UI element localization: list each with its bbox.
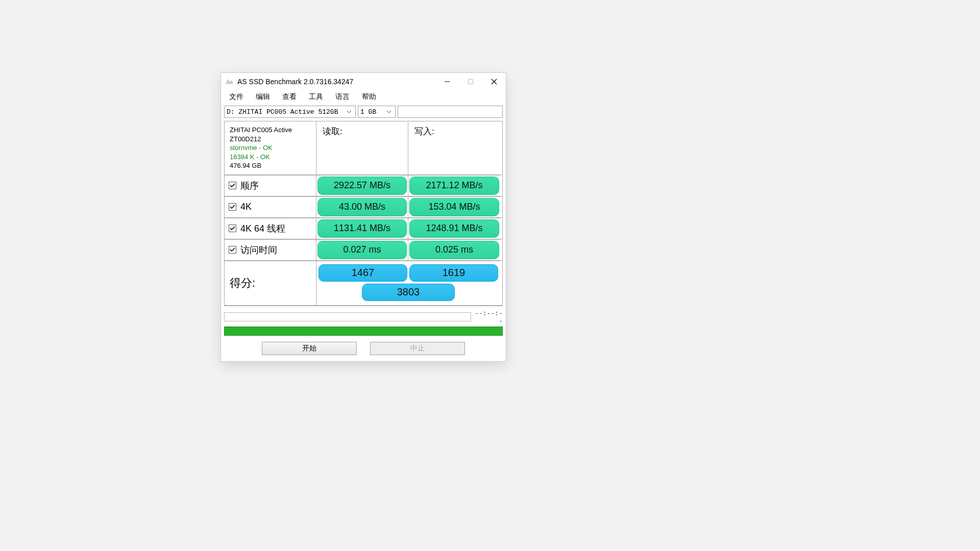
4k-read: 43.00 MB/s <box>317 198 407 216</box>
titlebar: AS SSD Benchmark 2.0.7316.34247 <box>221 73 506 90</box>
elapsed-time: --:--:-- <box>474 309 503 324</box>
col-header-read: 读取: <box>316 121 408 174</box>
row-4k64-label: 4K 64 线程 <box>240 222 285 235</box>
size-select-value: 1 GB <box>360 108 383 116</box>
access-read: 0.027 ms <box>317 241 407 259</box>
window-title: AS SSD Benchmark 2.0.7316.34247 <box>237 78 353 86</box>
drive-select-value: D: ZHITAI PC005 Active 512GB <box>227 108 343 116</box>
access-write: 0.025 ms <box>409 241 499 259</box>
score-label: 得分: <box>225 261 316 305</box>
device-model: ZT00D212 <box>230 135 292 144</box>
menu-tools[interactable]: 工具 <box>303 91 329 103</box>
chevron-down-icon <box>385 107 393 117</box>
size-select[interactable]: 1 GB <box>358 106 396 118</box>
menubar: 文件 编辑 查看 工具 语言 帮助 <box>221 90 506 105</box>
device-capacity: 476.94 GB <box>230 161 292 170</box>
app-window: AS SSD Benchmark 2.0.7316.34247 文件 编辑 查看… <box>220 72 506 362</box>
4k-write: 153.04 MB/s <box>409 198 499 216</box>
4k64-read: 1131.41 MB/s <box>317 219 407 238</box>
row-4k-label: 4K <box>240 202 252 212</box>
menu-help[interactable]: 帮助 <box>356 91 382 103</box>
checkbox-4k[interactable] <box>229 203 236 211</box>
score-block: 1467 1619 3803 <box>316 261 500 305</box>
row-access: 访问时间 0.027 ms 0.025 ms <box>225 239 502 261</box>
start-button[interactable]: 开始 <box>262 342 357 355</box>
app-icon <box>225 78 233 86</box>
stop-button[interactable]: 中止 <box>370 342 465 355</box>
button-row: 开始 中止 <box>221 340 506 361</box>
row-seq-label: 顺序 <box>240 180 259 192</box>
chevron-down-icon <box>345 107 353 117</box>
checkbox-4k64[interactable] <box>229 224 236 232</box>
device-align: 16384 K - OK <box>230 153 292 162</box>
score-read: 1467 <box>318 264 407 282</box>
col-header-write: 写入: <box>408 121 500 174</box>
seq-read: 2922.57 MB/s <box>317 177 407 195</box>
device-name: ZHITAI PC005 Active <box>230 126 292 135</box>
results-panel: ZHITAI PC005 Active ZT00D212 stornvme - … <box>224 121 503 306</box>
score-total: 3803 <box>362 284 455 301</box>
row-4k64: 4K 64 线程 1131.41 MB/s 1248.91 MB/s <box>225 218 502 239</box>
menu-file[interactable]: 文件 <box>223 91 250 103</box>
seq-write: 2171.12 MB/s <box>409 177 499 195</box>
menu-edit[interactable]: 编辑 <box>250 91 276 103</box>
checkbox-seq[interactable] <box>229 182 236 189</box>
svg-rect-1 <box>469 80 473 84</box>
device-info: ZHITAI PC005 Active ZT00D212 stornvme - … <box>225 121 316 174</box>
drive-select[interactable]: D: ZHITAI PC005 Active 512GB <box>224 106 356 118</box>
menu-view[interactable]: 查看 <box>276 91 303 103</box>
row-seq: 顺序 2922.57 MB/s 2171.12 MB/s <box>225 175 502 196</box>
checkbox-access[interactable] <box>229 246 236 254</box>
row-score: 得分: 1467 1619 3803 <box>225 261 502 306</box>
path-input[interactable] <box>398 106 503 118</box>
progress-bar-1 <box>224 312 471 321</box>
menu-lang[interactable]: 语言 <box>329 91 356 103</box>
4k64-write: 1248.91 MB/s <box>409 219 499 238</box>
row-seq-label-cell: 顺序 <box>225 175 316 196</box>
row-access-label: 访问时间 <box>240 244 277 256</box>
header-row: ZHITAI PC005 Active ZT00D212 stornvme - … <box>225 121 502 175</box>
progress-bar-2 <box>224 327 503 336</box>
maximize-button[interactable] <box>459 73 482 90</box>
close-button[interactable] <box>482 73 506 90</box>
minimize-button[interactable] <box>435 73 459 90</box>
score-write: 1619 <box>409 264 498 282</box>
device-driver: stornvme - OK <box>230 143 292 153</box>
selector-row: D: ZHITAI PC005 Active 512GB 1 GB <box>221 105 506 121</box>
row-4k: 4K 43.00 MB/s 153.04 MB/s <box>225 196 502 218</box>
status-row: --:--:-- <box>221 306 506 325</box>
